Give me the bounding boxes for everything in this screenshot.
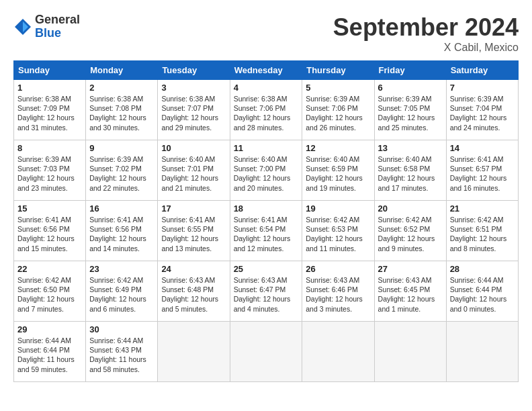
week-row-4: 22Sunrise: 6:42 AMSunset: 6:50 PMDayligh… [14,261,519,322]
col-saturday: Saturday [446,61,518,80]
day-info: Sunrise: 6:42 AMSunset: 6:49 PMDaylight:… [89,275,154,314]
day-number: 12 [306,143,370,153]
day-info: Sunrise: 6:40 AMSunset: 7:01 PMDaylight:… [161,154,226,193]
day-number: 2 [89,83,154,93]
day-number: 6 [378,83,443,93]
page-header: General Blue September 2024 X Cabil, Mex… [13,13,519,54]
day-info: Sunrise: 6:38 AMSunset: 7:07 PMDaylight:… [161,94,226,132]
col-wednesday: Wednesday [230,61,302,80]
day-info: Sunrise: 6:39 AMSunset: 7:06 PMDaylight:… [306,94,370,132]
day-info: Sunrise: 6:43 AMSunset: 6:45 PMDaylight:… [378,275,443,314]
day-number: 1 [17,83,82,93]
day-cell-2-1: 16Sunrise: 6:41 AMSunset: 6:56 PMDayligh… [86,201,158,261]
day-info: Sunrise: 6:41 AMSunset: 6:56 PMDaylight:… [17,215,82,253]
day-number: 10 [161,143,226,153]
day-info: Sunrise: 6:41 AMSunset: 6:56 PMDaylight:… [89,215,154,253]
day-cell-1-6: 14Sunrise: 6:41 AMSunset: 6:57 PMDayligh… [446,140,518,201]
day-info: Sunrise: 6:39 AMSunset: 7:04 PMDaylight:… [450,94,515,132]
col-friday: Friday [374,61,446,80]
day-number: 21 [450,203,515,214]
day-info: Sunrise: 6:44 AMSunset: 6:43 PMDaylight:… [89,336,154,374]
day-info: Sunrise: 6:38 AMSunset: 7:06 PMDaylight:… [234,94,299,132]
day-cell-2-2: 17Sunrise: 6:41 AMSunset: 6:55 PMDayligh… [158,201,230,261]
day-cell-1-0: 8Sunrise: 6:39 AMSunset: 7:03 PMDaylight… [14,140,86,201]
day-number: 11 [234,143,299,153]
logo: General Blue [13,13,80,40]
day-cell-4-1: 30Sunrise: 6:44 AMSunset: 6:43 PMDayligh… [86,322,158,382]
week-row-3: 15Sunrise: 6:41 AMSunset: 6:56 PMDayligh… [14,201,519,261]
day-cell-1-4: 12Sunrise: 6:40 AMSunset: 6:59 PMDayligh… [302,140,374,201]
day-number: 7 [450,83,515,93]
logo-blue: Blue [35,27,80,40]
day-number: 15 [17,203,82,214]
week-row-1: 1Sunrise: 6:38 AMSunset: 7:09 PMDaylight… [14,80,519,140]
day-info: Sunrise: 6:39 AMSunset: 7:02 PMDaylight:… [89,154,154,193]
logo-general: General [35,13,80,27]
day-cell-4-4 [302,322,374,382]
day-info: Sunrise: 6:38 AMSunset: 7:09 PMDaylight:… [17,94,82,132]
day-cell-1-1: 9Sunrise: 6:39 AMSunset: 7:02 PMDaylight… [86,140,158,201]
day-cell-3-4: 26Sunrise: 6:43 AMSunset: 6:46 PMDayligh… [302,261,374,322]
day-info: Sunrise: 6:43 AMSunset: 6:46 PMDaylight:… [306,275,370,314]
day-cell-0-1: 2Sunrise: 6:38 AMSunset: 7:08 PMDaylight… [86,80,158,140]
day-cell-0-5: 6Sunrise: 6:39 AMSunset: 7:05 PMDaylight… [374,80,446,140]
day-info: Sunrise: 6:42 AMSunset: 6:53 PMDaylight:… [306,215,370,253]
day-info: Sunrise: 6:44 AMSunset: 6:44 PMDaylight:… [450,275,515,314]
day-info: Sunrise: 6:39 AMSunset: 7:05 PMDaylight:… [378,94,443,132]
day-cell-0-6: 7Sunrise: 6:39 AMSunset: 7:04 PMDaylight… [446,80,518,140]
day-number: 18 [234,203,299,214]
day-info: Sunrise: 6:40 AMSunset: 6:59 PMDaylight:… [306,154,370,193]
day-cell-2-4: 19Sunrise: 6:42 AMSunset: 6:53 PMDayligh… [302,201,374,261]
day-info: Sunrise: 6:42 AMSunset: 6:51 PMDaylight:… [450,215,515,253]
day-number: 29 [17,324,82,334]
day-cell-4-0: 29Sunrise: 6:44 AMSunset: 6:44 PMDayligh… [14,322,86,382]
day-info: Sunrise: 6:39 AMSunset: 7:03 PMDaylight:… [17,154,82,193]
day-cell-3-0: 22Sunrise: 6:42 AMSunset: 6:50 PMDayligh… [14,261,86,322]
day-info: Sunrise: 6:42 AMSunset: 6:52 PMDaylight:… [378,215,443,253]
logo-text: General Blue [35,13,80,40]
day-number: 23 [89,264,154,274]
day-cell-4-3 [230,322,302,382]
day-info: Sunrise: 6:43 AMSunset: 6:47 PMDaylight:… [234,275,299,314]
col-tuesday: Tuesday [158,61,230,80]
day-info: Sunrise: 6:44 AMSunset: 6:44 PMDaylight:… [17,336,82,374]
day-cell-2-6: 21Sunrise: 6:42 AMSunset: 6:51 PMDayligh… [446,201,518,261]
day-cell-3-6: 28Sunrise: 6:44 AMSunset: 6:44 PMDayligh… [446,261,518,322]
day-number: 24 [161,264,226,274]
day-number: 28 [450,264,515,274]
col-sunday: Sunday [14,61,86,80]
day-cell-1-2: 10Sunrise: 6:40 AMSunset: 7:01 PMDayligh… [158,140,230,201]
day-info: Sunrise: 6:38 AMSunset: 7:08 PMDaylight:… [89,94,154,132]
day-cell-4-2 [158,322,230,382]
day-info: Sunrise: 6:41 AMSunset: 6:57 PMDaylight:… [450,154,515,193]
day-info: Sunrise: 6:41 AMSunset: 6:55 PMDaylight:… [161,215,226,253]
day-cell-0-3: 4Sunrise: 6:38 AMSunset: 7:06 PMDaylight… [230,80,302,140]
day-number: 4 [234,83,299,93]
day-cell-4-6 [446,322,518,382]
day-number: 27 [378,264,443,274]
day-cell-0-4: 5Sunrise: 6:39 AMSunset: 7:06 PMDaylight… [302,80,374,140]
day-info: Sunrise: 6:40 AMSunset: 7:00 PMDaylight:… [234,154,299,193]
day-number: 5 [306,83,370,93]
day-info: Sunrise: 6:43 AMSunset: 6:48 PMDaylight:… [161,275,226,314]
day-number: 26 [306,264,370,274]
day-cell-3-3: 25Sunrise: 6:43 AMSunset: 6:47 PMDayligh… [230,261,302,322]
week-row-5: 29Sunrise: 6:44 AMSunset: 6:44 PMDayligh… [14,322,519,382]
day-number: 3 [161,83,226,93]
month-title: September 2024 [333,13,519,42]
week-row-2: 8Sunrise: 6:39 AMSunset: 7:03 PMDaylight… [14,140,519,201]
day-number: 14 [450,143,515,153]
day-info: Sunrise: 6:41 AMSunset: 6:54 PMDaylight:… [234,215,299,253]
day-number: 8 [17,143,82,153]
col-thursday: Thursday [302,61,374,80]
day-cell-2-5: 20Sunrise: 6:42 AMSunset: 6:52 PMDayligh… [374,201,446,261]
day-cell-1-5: 13Sunrise: 6:40 AMSunset: 6:58 PMDayligh… [374,140,446,201]
day-cell-2-0: 15Sunrise: 6:41 AMSunset: 6:56 PMDayligh… [14,201,86,261]
header-row: Sunday Monday Tuesday Wednesday Thursday… [14,61,519,80]
day-number: 20 [378,203,443,214]
day-number: 13 [378,143,443,153]
day-cell-1-3: 11Sunrise: 6:40 AMSunset: 7:00 PMDayligh… [230,140,302,201]
day-cell-3-1: 23Sunrise: 6:42 AMSunset: 6:49 PMDayligh… [86,261,158,322]
day-cell-3-2: 24Sunrise: 6:43 AMSunset: 6:48 PMDayligh… [158,261,230,322]
day-info: Sunrise: 6:40 AMSunset: 6:58 PMDaylight:… [378,154,443,193]
